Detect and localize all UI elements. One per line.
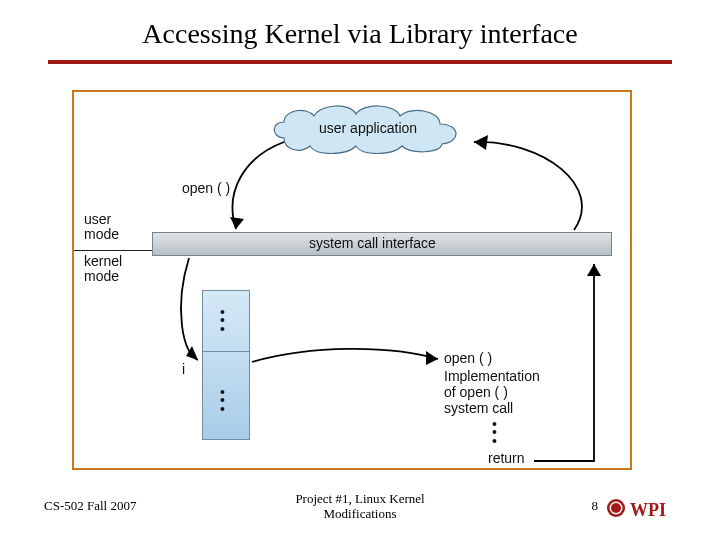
svg-marker-4 bbox=[587, 264, 601, 276]
dots-upper: • • • bbox=[220, 308, 225, 333]
dots-lower: • • • bbox=[220, 388, 225, 413]
syscall-index-label: i bbox=[182, 361, 185, 377]
slide-title: Accessing Kernel via Library interface bbox=[0, 18, 720, 50]
arrow-sci-to-app bbox=[464, 132, 604, 237]
open-label-right: open ( ) bbox=[444, 350, 492, 366]
syscall-table bbox=[202, 290, 250, 440]
arrow-table-to-impl bbox=[250, 347, 450, 377]
dots-right: • • • bbox=[492, 420, 497, 445]
svg-marker-3 bbox=[426, 351, 438, 365]
diagram-frame: user application open ( ) user mode kern… bbox=[72, 90, 632, 470]
return-label: return bbox=[488, 450, 525, 466]
system-call-interface-label: system call interface bbox=[309, 235, 436, 251]
slide-footer: CS-502 Fall 2007 Project #1, Linux Kerne… bbox=[0, 486, 720, 526]
footer-page-number: 8 bbox=[592, 498, 599, 514]
user-application-label: user application bbox=[319, 120, 417, 136]
syscall-table-slot-i bbox=[203, 351, 249, 373]
arrow-return-to-sci bbox=[524, 256, 624, 466]
mode-divider bbox=[74, 250, 152, 251]
svg-marker-1 bbox=[474, 135, 488, 150]
svg-marker-0 bbox=[230, 217, 244, 229]
svg-point-7 bbox=[611, 503, 621, 513]
open-label-left: open ( ) bbox=[182, 180, 230, 196]
wpi-logo-text: WPI bbox=[630, 500, 666, 520]
kernel-mode-label: kernel mode bbox=[84, 254, 122, 285]
wpi-logo: WPI bbox=[606, 494, 676, 522]
title-underline bbox=[48, 60, 672, 64]
user-mode-label: user mode bbox=[84, 212, 119, 243]
